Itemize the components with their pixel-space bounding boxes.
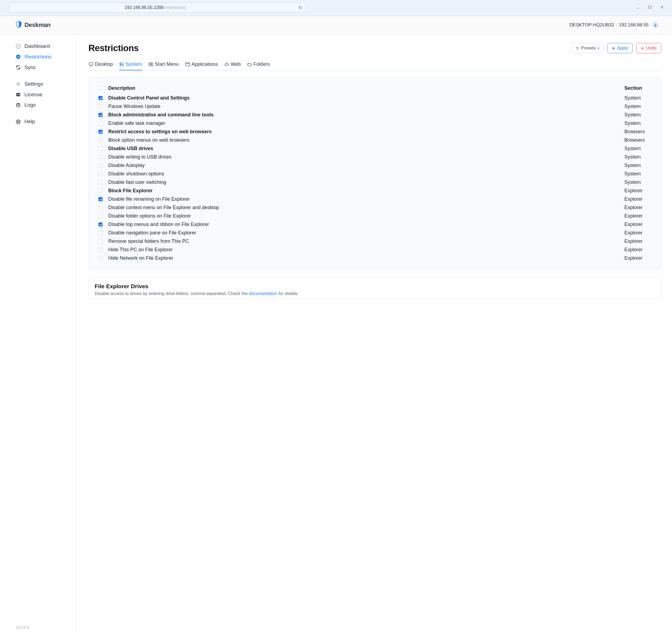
undo-label: Undo <box>646 46 656 51</box>
table-row[interactable]: Disable AutoplaySystem <box>98 161 652 170</box>
tab-desktop[interactable]: Desktop <box>89 60 113 71</box>
sidebar-item-help[interactable]: Help <box>16 119 76 124</box>
checkbox[interactable] <box>98 146 102 151</box>
svg-line-14 <box>17 120 18 121</box>
tab-label: Folders <box>253 61 270 67</box>
checkbox[interactable] <box>98 256 102 260</box>
checkbox[interactable] <box>98 155 102 159</box>
row-description: Block File Explorer <box>108 188 625 194</box>
window-icon <box>185 62 190 66</box>
sidebar-item-restrictions[interactable]: Restrictions <box>16 54 76 60</box>
checkbox[interactable] <box>98 231 102 235</box>
table-row[interactable]: Disable context menu on File Explorer an… <box>98 203 652 212</box>
reload-icon[interactable]: ↻ <box>299 5 302 11</box>
table-row[interactable]: Disable top menus and ribbon on File Exp… <box>98 220 652 229</box>
table-row[interactable]: Remove special folders from This PCExplo… <box>98 237 652 245</box>
checkbox-all[interactable] <box>98 86 102 90</box>
checkbox[interactable] <box>98 96 102 100</box>
sync-icon <box>16 65 21 70</box>
table-row[interactable]: Disable shutdown optionsSystem <box>98 170 652 178</box>
sidebar-item-sync[interactable]: Sync <box>16 65 76 71</box>
tab-folders[interactable]: Folders <box>247 60 270 71</box>
tab-system[interactable]: System <box>119 60 142 71</box>
svg-rect-10 <box>19 95 20 95</box>
row-description: Hide Network on File Explorer <box>108 255 625 261</box>
row-description: Hide This PC on File Explorer <box>108 247 625 253</box>
checkbox[interactable] <box>98 197 102 201</box>
url-main: 192.168.86.55:2288 <box>124 5 163 10</box>
table-row[interactable]: Block administrative and command line to… <box>98 111 652 119</box>
close-icon[interactable] <box>659 5 665 10</box>
sidebar-item-settings[interactable]: Settings <box>16 81 76 87</box>
table-row[interactable]: Block option menus on web browsersBrowse… <box>98 136 652 144</box>
checkbox[interactable] <box>98 239 102 243</box>
table-row[interactable]: Disable file renaming on File ExplorerEx… <box>98 195 652 203</box>
address-bar[interactable]: 192.168.86.55:2288/restrictions ↻ <box>9 3 306 13</box>
maximize-icon[interactable] <box>648 5 652 10</box>
tab-start-menu[interactable]: Start Menu <box>148 60 179 71</box>
svg-rect-29 <box>186 62 190 66</box>
chevron-down-icon: ▾ <box>598 46 599 50</box>
folder-icon <box>247 62 252 66</box>
sidebar-item-label: Logs <box>24 102 36 108</box>
host-sep: | <box>616 22 617 27</box>
browser-chrome: 192.168.86.55:2288/restrictions ↻ <box>0 0 672 16</box>
drives-card: File Explorer Drives Disable access to d… <box>89 277 661 299</box>
checkbox[interactable] <box>98 189 102 193</box>
svg-point-23 <box>120 63 121 64</box>
row-description: Disable Control Panel and Settings <box>108 95 625 101</box>
table-row[interactable]: Restrict access to settings on web brows… <box>98 127 652 136</box>
shield-check-icon <box>16 54 21 59</box>
checkbox[interactable] <box>98 163 102 167</box>
row-description: Disable folder options on File Explorer <box>108 213 625 219</box>
checkbox[interactable] <box>98 130 102 134</box>
table-row[interactable]: Disable fast user switchingSystem <box>98 178 652 186</box>
brand[interactable]: Deskman <box>16 21 51 29</box>
sidebar-item-label: Settings <box>24 81 43 87</box>
table-row[interactable]: Block File ExplorerExplorer <box>98 186 652 195</box>
table-row[interactable]: Enable safe task managerSystem <box>98 119 652 127</box>
presets-button[interactable]: Presets ▾ <box>571 43 604 53</box>
table-row[interactable]: Hide This PC on File ExplorerExplorer <box>98 245 652 254</box>
database-icon <box>16 103 21 108</box>
checkbox[interactable] <box>98 180 102 184</box>
compass-icon <box>16 44 21 49</box>
table-row[interactable]: Hide Network on File ExplorerExplorer <box>98 254 652 262</box>
table-row[interactable]: Disable USB drivesSystem <box>98 144 652 153</box>
minimize-icon[interactable] <box>636 5 640 10</box>
col-description: Description <box>108 85 625 91</box>
checkbox[interactable] <box>98 222 102 226</box>
sidebar-item-license[interactable]: License <box>16 92 76 98</box>
checkbox[interactable] <box>98 138 102 142</box>
shield-icon <box>16 21 22 29</box>
sidebar-item-logs[interactable]: Logs <box>16 102 76 108</box>
sidebar-item-label: Dashboard <box>24 43 50 49</box>
documentation-link[interactable]: documentation <box>249 291 277 296</box>
table-row[interactable]: Pause Windows UpdateSystem <box>98 102 652 111</box>
table-row[interactable]: Disable folder options on File ExplorerE… <box>98 212 652 220</box>
tab-applications[interactable]: Applications <box>185 60 218 71</box>
checkbox[interactable] <box>98 104 102 108</box>
svg-line-17 <box>19 122 20 123</box>
row-section: System <box>625 179 652 185</box>
checkbox[interactable] <box>98 121 102 125</box>
checkbox[interactable] <box>98 205 102 210</box>
apply-button[interactable]: Apply <box>607 43 633 53</box>
desktop-icon <box>89 62 93 66</box>
checkbox[interactable] <box>98 214 102 218</box>
restrictions-panel: Description Section Disable Control Pane… <box>89 77 661 270</box>
sidebar-item-dashboard[interactable]: Dashboard <box>16 43 76 49</box>
avatar[interactable] <box>652 22 658 28</box>
row-section: System <box>625 154 652 160</box>
undo-button[interactable]: Undo <box>636 43 661 53</box>
tab-web[interactable]: Web <box>224 60 241 71</box>
table-row[interactable]: Disable Control Panel and SettingsSystem <box>98 94 652 102</box>
checkbox[interactable] <box>98 113 102 117</box>
sidebar-item-label: Sync <box>24 65 36 71</box>
row-section: Browsers <box>625 129 652 135</box>
checkbox[interactable] <box>98 172 102 176</box>
table-row[interactable]: Disable writing to USB drivesSystem <box>98 153 652 161</box>
table-row[interactable]: Disable navigation pane on File Explorer… <box>98 229 652 237</box>
row-description: Disable navigation pane on File Explorer <box>108 230 625 236</box>
checkbox[interactable] <box>98 248 102 252</box>
